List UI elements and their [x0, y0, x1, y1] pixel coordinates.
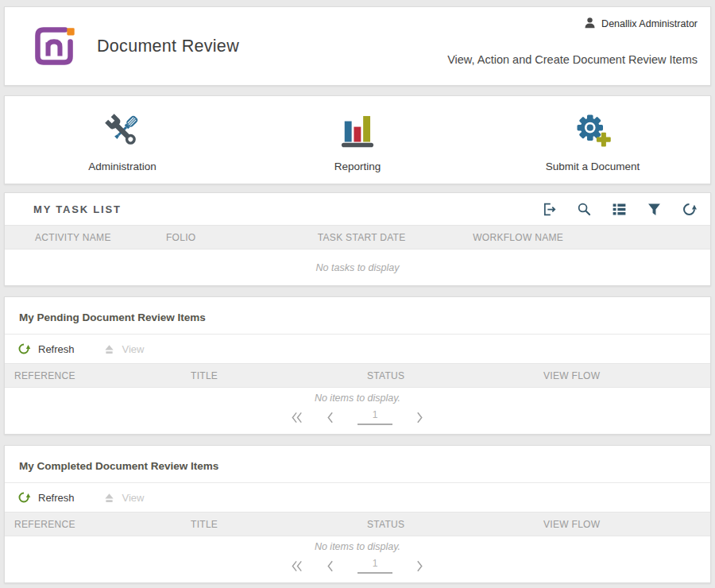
view-button[interactable]: View	[103, 343, 145, 355]
person-icon	[583, 16, 597, 32]
task-list-title: MY TASK LIST	[33, 203, 122, 215]
column-header-view-flow[interactable]: VIEW FLOW	[534, 370, 710, 381]
pending-panel-title: My Pending Document Review Items	[5, 297, 710, 334]
action-reporting[interactable]: Reporting	[240, 96, 475, 184]
column-header-task-start-date[interactable]: TASK START DATE	[308, 232, 463, 243]
app-header: Document Review Denallix Administrator V…	[4, 6, 711, 86]
action-submit-document[interactable]: Submit a Document	[475, 96, 710, 184]
next-page-button[interactable]	[416, 410, 423, 425]
column-header-view-flow[interactable]: VIEW FLOW	[534, 519, 710, 530]
page-subtitle: View, Action and Create Document Review …	[447, 53, 698, 66]
first-page-button[interactable]	[292, 410, 303, 425]
list-view-icon[interactable]	[611, 201, 628, 218]
task-list-empty-message: No tasks to display	[5, 250, 710, 285]
refresh-label: Refresh	[38, 343, 75, 355]
completed-header-row: REFERENCE TITLE STATUS VIEW FLOW	[5, 512, 710, 536]
column-header-workflow-name[interactable]: WORKFLOW NAME	[463, 232, 710, 243]
column-header-status[interactable]: STATUS	[358, 370, 534, 381]
page-title: Document Review	[97, 37, 239, 56]
refresh-button[interactable]: Refresh	[17, 490, 75, 505]
eject-icon	[103, 492, 115, 504]
refresh-icon	[17, 490, 31, 505]
refresh-button[interactable]: Refresh	[17, 342, 75, 356]
completed-pagination: 1	[5, 552, 710, 582]
export-icon[interactable]	[541, 201, 558, 218]
gear-plus-icon	[572, 110, 613, 152]
page-number-input[interactable]: 1	[358, 558, 392, 574]
nintex-logo-icon	[32, 24, 76, 68]
action-bar: Administration Reporting	[4, 95, 711, 184]
my-task-list-panel: MY TASK LIST	[4, 192, 711, 286]
action-label: Administration	[88, 161, 157, 172]
filter-icon[interactable]	[646, 201, 663, 218]
refresh-label: Refresh	[38, 492, 75, 504]
view-button[interactable]: View	[103, 492, 145, 504]
action-label: Submit a Document	[546, 161, 640, 172]
column-header-reference[interactable]: REFERENCE	[5, 519, 181, 530]
user-name: Denallix Administrator	[601, 18, 698, 29]
column-header-activity-name[interactable]: ACTIVITY NAME	[5, 232, 157, 243]
completed-empty-message: No items to display.	[5, 536, 710, 552]
pending-header-row: REFERENCE TITLE STATUS VIEW FLOW	[5, 363, 710, 388]
column-header-status[interactable]: STATUS	[358, 519, 534, 530]
refresh-icon	[17, 342, 31, 356]
user-menu[interactable]: Denallix Administrator	[583, 16, 698, 32]
first-page-button[interactable]	[292, 559, 303, 574]
refresh-icon[interactable]	[681, 201, 698, 218]
next-page-button[interactable]	[416, 559, 423, 574]
column-header-title[interactable]: TITLE	[181, 519, 358, 530]
bar-chart-icon	[337, 110, 378, 152]
view-label: View	[122, 343, 145, 355]
wrench-screwdriver-icon	[102, 110, 143, 152]
column-header-folio[interactable]: FOLIO	[157, 232, 308, 243]
action-administration[interactable]: Administration	[5, 96, 240, 184]
completed-items-panel: My Completed Document Review Items Refre…	[4, 445, 711, 583]
eject-icon	[103, 343, 115, 355]
column-header-title[interactable]: TITLE	[181, 370, 358, 381]
column-header-reference[interactable]: REFERENCE	[5, 370, 181, 381]
previous-page-button[interactable]	[327, 559, 334, 574]
action-label: Reporting	[334, 161, 381, 172]
pending-pagination: 1	[5, 404, 710, 434]
completed-panel-title: My Completed Document Review Items	[5, 446, 710, 482]
search-icon[interactable]	[576, 201, 593, 218]
task-list-header-row: ACTIVITY NAME FOLIO TASK START DATE WORK…	[5, 225, 710, 250]
view-label: View	[122, 492, 145, 504]
pending-empty-message: No items to display.	[5, 388, 710, 404]
previous-page-button[interactable]	[327, 410, 334, 425]
page-number-input[interactable]: 1	[358, 409, 392, 425]
pending-items-panel: My Pending Document Review Items Refresh…	[4, 296, 711, 435]
